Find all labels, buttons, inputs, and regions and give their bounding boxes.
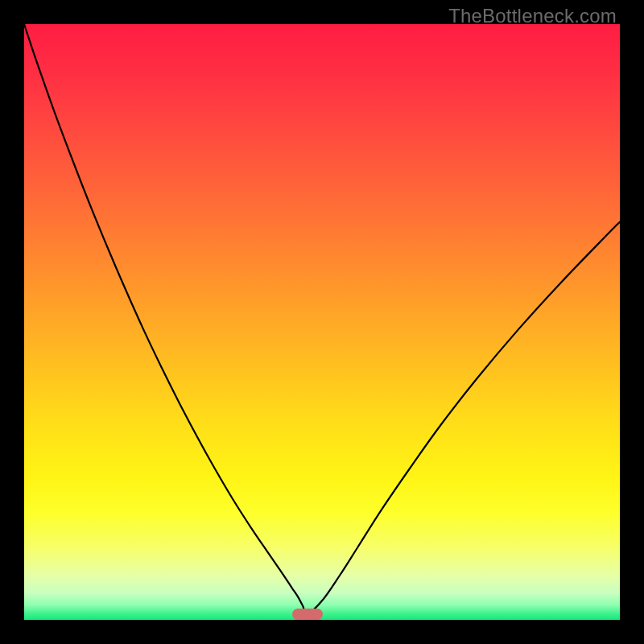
minimum-marker: [292, 609, 323, 620]
bottleneck-curve: [24, 24, 620, 620]
plot-area: [24, 24, 620, 620]
chart-frame: TheBottleneck.com: [0, 0, 644, 644]
